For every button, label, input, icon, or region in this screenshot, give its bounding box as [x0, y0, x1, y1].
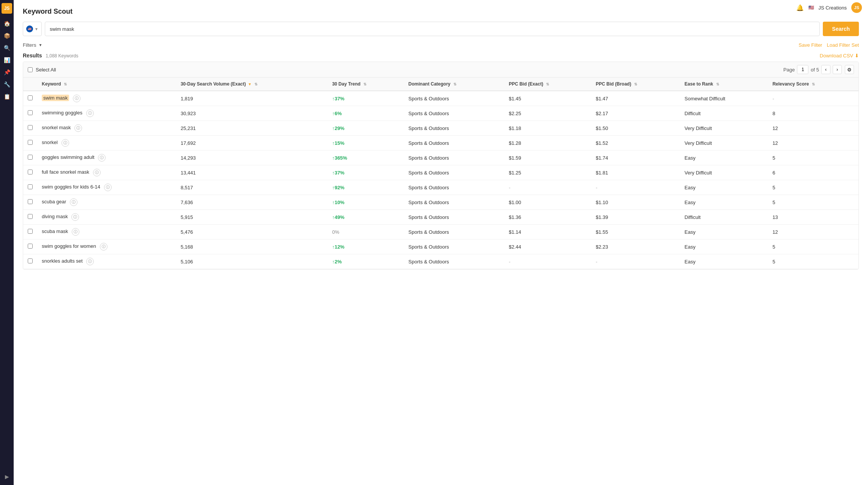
keyword-info-icon[interactable]: ⓘ [100, 243, 107, 250]
keyword-info-icon[interactable]: ⓘ [86, 109, 94, 117]
filters-button[interactable]: Filters ▼ [23, 42, 42, 48]
sidebar-item-expand[interactable]: ▶ [2, 471, 12, 482]
keyword-info-icon[interactable]: ⓘ [104, 184, 112, 191]
keyword-info-icon[interactable]: ⓘ [73, 95, 80, 102]
keyword-text: scuba gear [42, 199, 66, 204]
row-checkbox[interactable] [28, 155, 33, 160]
row-checkbox[interactable] [28, 170, 33, 174]
th-ease[interactable]: Ease to Rank ⇅ [680, 78, 768, 91]
row-keyword: goggles swimming adult ⓘ [37, 151, 176, 165]
row-checkbox-cell [23, 91, 37, 106]
sidebar-item-search[interactable]: 🔍 [2, 43, 12, 53]
search-button[interactable]: Search [823, 22, 859, 36]
row-trend: ↑10% [328, 195, 404, 210]
row-checkbox[interactable] [28, 184, 33, 189]
download-csv-button[interactable]: Download CSV ⬇ [820, 53, 859, 59]
th-ppc-exact[interactable]: PPC Bid (Exact) ⇅ [504, 78, 591, 91]
save-filter-link[interactable]: Save Filter [799, 42, 822, 48]
row-checkbox[interactable] [28, 199, 33, 204]
row-trend: ↑49% [328, 210, 404, 225]
row-keyword: snorkel mask ⓘ [37, 121, 176, 136]
select-all-checkbox[interactable] [28, 67, 33, 72]
keyword-info-icon[interactable]: ⓘ [86, 258, 94, 265]
keyword-info-icon[interactable]: ⓘ [70, 198, 77, 206]
sidebar-item-home[interactable]: 🏠 [2, 18, 12, 29]
load-filter-link[interactable]: Load Filter Set [827, 42, 859, 48]
th-trend[interactable]: 30 Day Trend ⇅ [328, 78, 404, 91]
row-keyword: snorkles adults set ⓘ [37, 254, 176, 269]
keyword-text: diving mask [42, 214, 68, 219]
table-body: swim mask ⓘ 1,819 ↑37% Sports & Outdoors… [23, 91, 859, 269]
row-relevancy: 12 [768, 121, 859, 136]
row-keyword: snorkel ⓘ [37, 136, 176, 151]
th-ppc-broad[interactable]: PPC Bid (Broad) ⇅ [591, 78, 680, 91]
row-search-volume: 14,293 [176, 151, 328, 165]
row-search-volume: 17,692 [176, 136, 328, 151]
trend-value: ↑37% [332, 170, 345, 176]
row-checkbox[interactable] [28, 214, 33, 219]
sidebar-item-tools[interactable]: 🔧 [2, 79, 12, 90]
row-ease: Easy [680, 254, 768, 269]
row-checkbox-cell [23, 254, 37, 269]
th-keyword[interactable]: Keyword ⇅ [37, 78, 176, 91]
row-checkbox-cell [23, 165, 37, 180]
keyword-text: snorkel [42, 139, 58, 145]
top-bar: 🔔 🇺🇸 JS Creations JS [796, 2, 862, 13]
keyword-info-icon[interactable]: ⓘ [71, 213, 79, 221]
row-keyword: scuba mask ⓘ [37, 225, 176, 239]
row-checkbox[interactable] [28, 125, 33, 130]
keyword-info-icon[interactable]: ⓘ [62, 139, 69, 147]
table-row: full face snorkel mask ⓘ 13,441 ↑37% Spo… [23, 165, 859, 180]
keyword-text: snorkles adults set [42, 258, 83, 264]
row-ppc-broad: $1.52 [591, 136, 680, 151]
keyword-info-icon[interactable]: ⓘ [98, 154, 106, 162]
row-checkbox[interactable] [28, 95, 33, 100]
row-ppc-broad: $1.10 [591, 195, 680, 210]
row-ppc-exact: $2.44 [504, 239, 591, 254]
row-category: Sports & Outdoors [404, 151, 504, 165]
keyword-info-icon[interactable]: ⓘ [72, 228, 79, 236]
chevron-down-icon: ▼ [38, 43, 42, 47]
trend-value: ↑12% [332, 244, 345, 250]
trend-value: ↑6% [332, 111, 342, 116]
row-checkbox[interactable] [28, 229, 33, 234]
th-search-volume[interactable]: 30-Day Search Volume (Exact) ▼ ⇅ [176, 78, 328, 91]
row-ppc-broad: $2.17 [591, 106, 680, 121]
sidebar-item-products[interactable]: 📦 [2, 30, 12, 41]
filters-row: Filters ▼ Save Filter Load Filter Set [23, 42, 859, 48]
sidebar-item-lists[interactable]: 📋 [2, 91, 12, 102]
keyword-text: full face snorkel mask [42, 169, 89, 175]
row-checkbox[interactable] [28, 110, 33, 115]
row-checkbox[interactable] [28, 258, 33, 263]
column-settings-button[interactable]: ⚙ [845, 65, 854, 74]
page-prev-button[interactable]: ‹ [821, 65, 830, 74]
th-category[interactable]: Dominant Category ⇅ [404, 78, 504, 91]
user-avatar[interactable]: JS [851, 2, 862, 13]
keyword-info-icon[interactable]: ⓘ [74, 124, 82, 132]
sidebar-item-analytics[interactable]: 📊 [2, 55, 12, 65]
row-trend: ↑37% [328, 165, 404, 180]
keyword-info-icon[interactable]: ⓘ [93, 169, 101, 176]
marketplace-selector[interactable]: 🇺🇸 ▼ [23, 22, 42, 36]
th-relevancy[interactable]: Relevancy Score ⇅ [768, 78, 859, 91]
page-input[interactable] [797, 65, 808, 74]
table-header-row: Keyword ⇅ 30-Day Search Volume (Exact) ▼… [23, 78, 859, 91]
table-row: scuba gear ⓘ 7,636 ↑10% Sports & Outdoor… [23, 195, 859, 210]
row-category: Sports & Outdoors [404, 239, 504, 254]
row-ease: Very Difficult [680, 136, 768, 151]
row-category: Sports & Outdoors [404, 91, 504, 106]
page-title: Keyword Scout [23, 8, 859, 16]
row-search-volume: 1,819 [176, 91, 328, 106]
sidebar-item-keyword-scout[interactable]: 📌 [2, 67, 12, 78]
row-checkbox-cell [23, 180, 37, 195]
notification-icon[interactable]: 🔔 [796, 4, 804, 11]
table-row: scuba mask ⓘ 5,476 0% Sports & Outdoors … [23, 225, 859, 239]
select-all-row: Select All [28, 67, 56, 73]
row-checkbox[interactable] [28, 244, 33, 249]
search-input[interactable] [50, 26, 815, 32]
table-row: diving mask ⓘ 5,915 ↑49% Sports & Outdoo… [23, 210, 859, 225]
page-next-button[interactable]: › [833, 65, 842, 74]
row-search-volume: 30,923 [176, 106, 328, 121]
row-checkbox[interactable] [28, 140, 33, 145]
row-trend: ↑2% [328, 254, 404, 269]
